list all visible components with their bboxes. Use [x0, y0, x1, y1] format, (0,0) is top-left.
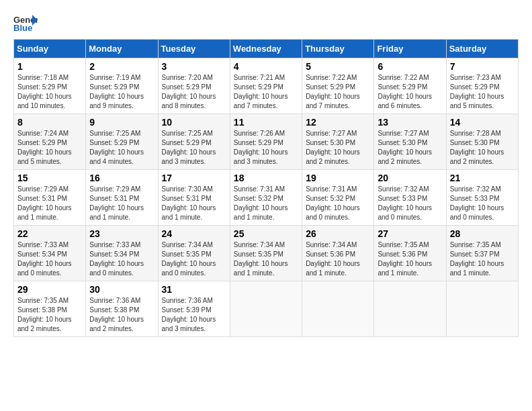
day-info: Sunrise: 7:29 AM Sunset: 5:31 PM Dayligh… [17, 185, 82, 222]
day-number: 25 [234, 228, 298, 239]
day-info: Sunrise: 7:34 AM Sunset: 5:36 PM Dayligh… [306, 240, 370, 278]
day-info: Sunrise: 7:28 AM Sunset: 5:30 PM Dayligh… [450, 129, 515, 167]
day-info: Sunrise: 7:36 AM Sunset: 5:38 PM Dayligh… [89, 296, 154, 334]
calendar-cell: 12 Sunrise: 7:27 AM Sunset: 5:30 PM Dayl… [302, 114, 374, 170]
calendar-cell: 24 Sunrise: 7:34 AM Sunset: 5:35 PM Dayl… [158, 226, 230, 281]
day-info: Sunrise: 7:18 AM Sunset: 5:29 PM Dayligh… [17, 73, 82, 111]
day-number: 18 [234, 173, 298, 183]
calendar-cell: 29 Sunrise: 7:35 AM Sunset: 5:38 PM Dayl… [14, 281, 86, 337]
header: General Blue [13, 13, 519, 32]
day-number: 7 [450, 61, 515, 72]
day-info: Sunrise: 7:20 AM Sunset: 5:29 PM Dayligh… [162, 73, 226, 111]
day-number: 1 [17, 61, 82, 72]
calendar-cell: 22 Sunrise: 7:33 AM Sunset: 5:34 PM Dayl… [14, 226, 86, 281]
calendar-cell: 4 Sunrise: 7:21 AM Sunset: 5:29 PM Dayli… [230, 58, 302, 114]
day-info: Sunrise: 7:25 AM Sunset: 5:29 PM Dayligh… [162, 129, 226, 167]
calendar-cell: 9 Sunrise: 7:25 AM Sunset: 5:29 PM Dayli… [86, 114, 158, 170]
day-number: 6 [378, 61, 442, 72]
calendar-cell: 13 Sunrise: 7:27 AM Sunset: 5:30 PM Dayl… [374, 114, 446, 170]
day-info: Sunrise: 7:26 AM Sunset: 5:29 PM Dayligh… [234, 129, 298, 167]
day-info: Sunrise: 7:19 AM Sunset: 5:29 PM Dayligh… [89, 73, 154, 111]
logo: General Blue [13, 13, 38, 32]
logo-icon: General Blue [13, 13, 38, 32]
calendar-cell: 21 Sunrise: 7:32 AM Sunset: 5:33 PM Dayl… [446, 170, 518, 226]
day-number: 12 [306, 117, 370, 128]
day-number: 14 [450, 117, 515, 128]
calendar-cell: 15 Sunrise: 7:29 AM Sunset: 5:31 PM Dayl… [14, 170, 86, 226]
day-number: 17 [162, 173, 226, 183]
calendar-week-row: 15 Sunrise: 7:29 AM Sunset: 5:31 PM Dayl… [14, 170, 519, 226]
day-info: Sunrise: 7:31 AM Sunset: 5:32 PM Dayligh… [306, 185, 370, 222]
day-number: 5 [306, 61, 370, 72]
weekday-header-cell: Wednesday [230, 40, 302, 58]
calendar-week-row: 1 Sunrise: 7:18 AM Sunset: 5:29 PM Dayli… [14, 58, 519, 114]
calendar-body: 1 Sunrise: 7:18 AM Sunset: 5:29 PM Dayli… [14, 58, 519, 337]
calendar-cell: 26 Sunrise: 7:34 AM Sunset: 5:36 PM Dayl… [302, 226, 374, 281]
calendar-cell: 17 Sunrise: 7:30 AM Sunset: 5:31 PM Dayl… [158, 170, 230, 226]
day-info: Sunrise: 7:35 AM Sunset: 5:37 PM Dayligh… [450, 240, 515, 278]
day-number: 9 [89, 117, 154, 128]
weekday-header-cell: Thursday [302, 40, 374, 58]
day-number: 30 [89, 284, 154, 295]
calendar-cell: 31 Sunrise: 7:36 AM Sunset: 5:39 PM Dayl… [158, 281, 230, 337]
day-info: Sunrise: 7:32 AM Sunset: 5:33 PM Dayligh… [378, 185, 442, 222]
day-info: Sunrise: 7:27 AM Sunset: 5:30 PM Dayligh… [306, 129, 370, 167]
day-info: Sunrise: 7:34 AM Sunset: 5:35 PM Dayligh… [234, 240, 298, 278]
day-info: Sunrise: 7:30 AM Sunset: 5:31 PM Dayligh… [162, 185, 226, 222]
calendar-week-row: 29 Sunrise: 7:35 AM Sunset: 5:38 PM Dayl… [14, 281, 519, 337]
day-number: 19 [306, 173, 370, 183]
calendar-week-row: 8 Sunrise: 7:24 AM Sunset: 5:29 PM Dayli… [14, 114, 519, 170]
weekday-header-cell: Saturday [446, 40, 518, 58]
calendar-cell: 6 Sunrise: 7:22 AM Sunset: 5:29 PM Dayli… [374, 58, 446, 114]
day-info: Sunrise: 7:33 AM Sunset: 5:34 PM Dayligh… [89, 240, 154, 278]
day-info: Sunrise: 7:33 AM Sunset: 5:34 PM Dayligh… [17, 240, 82, 278]
weekday-header-cell: Friday [374, 40, 446, 58]
calendar-cell: 16 Sunrise: 7:29 AM Sunset: 5:31 PM Dayl… [86, 170, 158, 226]
day-number: 31 [162, 284, 226, 295]
day-number: 27 [378, 228, 442, 239]
day-info: Sunrise: 7:36 AM Sunset: 5:39 PM Dayligh… [162, 296, 226, 334]
day-info: Sunrise: 7:22 AM Sunset: 5:29 PM Dayligh… [306, 73, 370, 111]
day-info: Sunrise: 7:35 AM Sunset: 5:36 PM Dayligh… [378, 240, 442, 278]
calendar-cell: 18 Sunrise: 7:31 AM Sunset: 5:32 PM Dayl… [230, 170, 302, 226]
day-info: Sunrise: 7:27 AM Sunset: 5:30 PM Dayligh… [378, 129, 442, 167]
weekday-header-row: SundayMondayTuesdayWednesdayThursdayFrid… [14, 40, 519, 58]
calendar-cell: 28 Sunrise: 7:35 AM Sunset: 5:37 PM Dayl… [446, 226, 518, 281]
day-number: 13 [378, 117, 442, 128]
day-number: 16 [89, 173, 154, 183]
day-number: 21 [450, 173, 515, 183]
day-number: 8 [17, 117, 82, 128]
day-number: 29 [17, 284, 82, 295]
day-number: 20 [378, 173, 442, 183]
calendar-cell: 25 Sunrise: 7:34 AM Sunset: 5:35 PM Dayl… [230, 226, 302, 281]
day-number: 24 [162, 228, 226, 239]
svg-text:Blue: Blue [13, 23, 32, 32]
calendar-cell: 7 Sunrise: 7:23 AM Sunset: 5:29 PM Dayli… [446, 58, 518, 114]
day-number: 10 [162, 117, 226, 128]
day-number: 28 [450, 228, 515, 239]
calendar-cell [230, 281, 302, 337]
calendar-cell: 1 Sunrise: 7:18 AM Sunset: 5:29 PM Dayli… [14, 58, 86, 114]
day-number: 26 [306, 228, 370, 239]
calendar-cell: 20 Sunrise: 7:32 AM Sunset: 5:33 PM Dayl… [374, 170, 446, 226]
calendar-table: SundayMondayTuesdayWednesdayThursdayFrid… [13, 39, 519, 337]
day-info: Sunrise: 7:24 AM Sunset: 5:29 PM Dayligh… [17, 129, 82, 167]
weekday-header-cell: Sunday [14, 40, 86, 58]
calendar-cell: 19 Sunrise: 7:31 AM Sunset: 5:32 PM Dayl… [302, 170, 374, 226]
day-number: 4 [234, 61, 298, 72]
calendar-cell: 10 Sunrise: 7:25 AM Sunset: 5:29 PM Dayl… [158, 114, 230, 170]
day-number: 22 [17, 228, 82, 239]
calendar-cell [302, 281, 374, 337]
day-info: Sunrise: 7:32 AM Sunset: 5:33 PM Dayligh… [450, 185, 515, 222]
calendar-cell: 23 Sunrise: 7:33 AM Sunset: 5:34 PM Dayl… [86, 226, 158, 281]
day-info: Sunrise: 7:25 AM Sunset: 5:29 PM Dayligh… [89, 129, 154, 167]
calendar-cell: 5 Sunrise: 7:22 AM Sunset: 5:29 PM Dayli… [302, 58, 374, 114]
day-number: 11 [234, 117, 298, 128]
day-info: Sunrise: 7:22 AM Sunset: 5:29 PM Dayligh… [378, 73, 442, 111]
day-info: Sunrise: 7:21 AM Sunset: 5:29 PM Dayligh… [234, 73, 298, 111]
calendar-week-row: 22 Sunrise: 7:33 AM Sunset: 5:34 PM Dayl… [14, 226, 519, 281]
calendar-cell: 3 Sunrise: 7:20 AM Sunset: 5:29 PM Dayli… [158, 58, 230, 114]
calendar-cell: 11 Sunrise: 7:26 AM Sunset: 5:29 PM Dayl… [230, 114, 302, 170]
calendar-cell: 2 Sunrise: 7:19 AM Sunset: 5:29 PM Dayli… [86, 58, 158, 114]
day-info: Sunrise: 7:29 AM Sunset: 5:31 PM Dayligh… [89, 185, 154, 222]
